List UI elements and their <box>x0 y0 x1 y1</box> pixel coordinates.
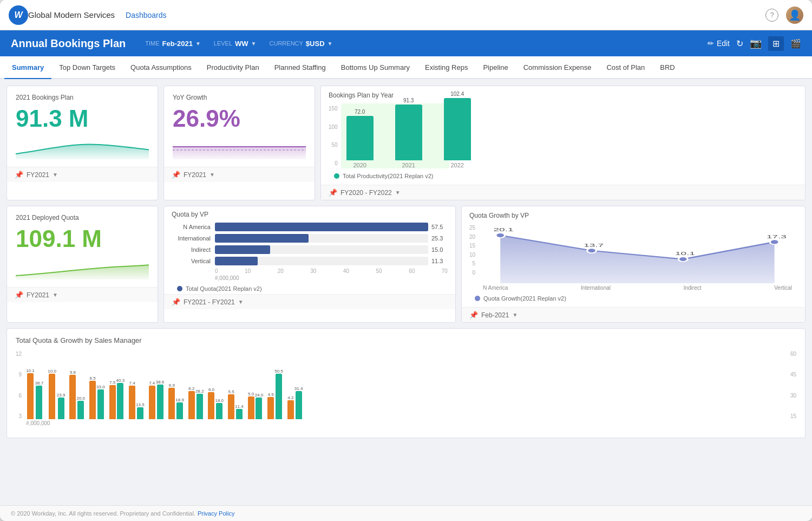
bookings-legend: Total Productivity(2021 Replan v2) <box>329 173 797 179</box>
quota-by-vp-legend: Total Quota(2021 Replan v2) <box>172 285 448 292</box>
bookings-by-year-chart-area: Bookings Plan by Year 150 100 50 0 <box>321 86 805 185</box>
logo-text: W <box>14 10 22 20</box>
tab-planned-staffing[interactable]: Planned Staffing <box>267 56 333 79</box>
hbar-international: International 25.3 <box>172 234 448 243</box>
camera-icon[interactable]: 📷 <box>750 37 762 49</box>
bookings-plan-sparkline <box>16 135 149 159</box>
svg-text:10.1: 10.1 <box>675 250 695 256</box>
header-actions: ✏ Edit ↻ 📷 ⊞ 🎬 <box>708 36 801 51</box>
currency-filter-caret: ▼ <box>328 41 333 47</box>
grid-icon[interactable]: ⊞ <box>768 36 784 51</box>
tabs-bar: Summary Top Down Targets Quota Assumptio… <box>0 56 812 79</box>
bar-group-10: 6.0 18.0 <box>208 387 224 419</box>
bar-group-6: 7.4 13.5 <box>129 381 145 419</box>
footer-caret: ▼ <box>53 172 58 178</box>
bar-group-1: 10.1 36.7 <box>26 368 43 419</box>
row-1: 2021 Bookings Plan 91.3 M <box>6 86 806 200</box>
quota-by-vp-card: Quota by VP N America 57.5 International… <box>163 206 456 323</box>
tab-quota-assumptions[interactable]: Quota Assumptions <box>123 56 199 79</box>
pin-icon: 📌 <box>15 171 23 179</box>
top-nav-right: ? 👤 <box>765 6 803 24</box>
quota-growth-svg: 20.1 13.7 10.1 17.3 <box>477 224 797 283</box>
row-2: 2021 Deployed Quota 109.1 M <box>6 206 806 323</box>
time-filter[interactable]: TIME Feb-2021 ▼ <box>145 40 201 48</box>
total-quota-growth-card: Total Quota & Growth by Sales Manager 12… <box>6 328 806 438</box>
top-nav: W Global Modern Services Dashboards ? 👤 <box>0 0 812 30</box>
yoy-footer-caret: ▼ <box>209 172 215 178</box>
time-filter-caret: ▼ <box>195 41 201 47</box>
tab-existing-reps[interactable]: Existing Reps <box>417 56 475 79</box>
quota-by-vp-chart: Quota by VP N America 57.5 International… <box>164 206 455 294</box>
yoy-title: YoY Growth <box>173 94 306 101</box>
quota-by-vp-footer[interactable]: 📌 FY2021 - FY2021 ▼ <box>164 294 455 309</box>
bar-group-13: 4.9 50.5 <box>267 369 283 419</box>
svg-text:20.1: 20.1 <box>494 226 514 232</box>
refresh-icon[interactable]: ↻ <box>736 38 743 49</box>
bar-group-7: 7.4 38.6 <box>149 380 165 419</box>
tab-productivity-plan[interactable]: Productivity Plan <box>199 56 267 79</box>
bar-group-11: 5.5 11.4 <box>228 389 244 419</box>
bar-2022: 102.4 2022 <box>444 91 471 168</box>
tab-bottoms-up-summary[interactable]: Bottoms Up Summary <box>333 56 417 79</box>
bar-group-2: 10.0 23.9 <box>48 369 65 419</box>
bookings-year-footer[interactable]: 📌 FY2020 - FY2022 ▼ <box>321 185 805 200</box>
yoy-value: 26.9% <box>173 107 306 131</box>
tab-summary[interactable]: Summary <box>4 56 51 79</box>
hbar-namerica: N America 57.5 <box>172 223 448 231</box>
bar-group-8: 6.9 18.9 <box>168 383 184 419</box>
level-filter[interactable]: LEVEL WW ▼ <box>214 40 257 48</box>
quota-growth-legend: Quota Growth(2021 Replan v2) <box>469 295 797 302</box>
help-icon[interactable]: ? <box>765 9 778 22</box>
bookings-plan-title: 2021 Bookings Plan <box>16 94 149 101</box>
tab-top-down-targets[interactable]: Top Down Targets <box>51 56 123 79</box>
total-quota-title: Total Quota & Growth by Sales Manager <box>16 336 796 344</box>
bar-group-5: 7.5 40.3 <box>109 378 125 419</box>
bar-group-4: 8.5 33.0 <box>89 376 105 419</box>
privacy-policy-link[interactable]: Privacy Policy <box>198 510 234 517</box>
deployed-quota-footer[interactable]: 📌 FY2021 ▼ <box>7 287 158 302</box>
hbar-vertical: Vertical 11.3 <box>172 257 448 265</box>
svg-point-3 <box>770 239 779 244</box>
svg-text:17.3: 17.3 <box>767 233 787 239</box>
currency-filter[interactable]: CURRENCY $USD ▼ <box>270 40 333 48</box>
tab-pipeline[interactable]: Pipeline <box>475 56 515 79</box>
bookings-by-year-card: Bookings Plan by Year 150 100 50 0 <box>320 86 806 200</box>
copyright-text: © 2020 Workday, Inc. All rights reserved… <box>11 510 195 517</box>
svg-point-1 <box>587 248 597 253</box>
tab-commission-expense[interactable]: Commission Expense <box>516 56 599 79</box>
bar-group-14: 4.2 31.4 <box>287 386 303 419</box>
main-content: 2021 Bookings Plan 91.3 M <box>0 79 812 505</box>
hbar-indirect: Indirect 15.0 <box>172 245 448 254</box>
bar-2021: 91.3 2021 <box>395 97 422 168</box>
yoy-growth-card: YoY Growth 26.9% <box>163 86 315 200</box>
bookings-plan-card: 2021 Bookings Plan 91.3 M <box>6 86 158 200</box>
bookings-plan-value: 91.3 M <box>16 107 149 131</box>
bar-2020: 72.0 2020 <box>346 109 374 168</box>
quota-growth-title: Quota Growth by VP <box>469 212 797 219</box>
quota-growth-card: Quota Growth by VP 2520151050 <box>461 206 806 323</box>
deployed-quota-card: 2021 Deployed Quota 109.1 M <box>6 206 158 323</box>
svg-point-2 <box>679 257 688 262</box>
deployed-quota-value: 109.1 M <box>16 227 149 251</box>
svg-point-0 <box>496 233 505 238</box>
user-avatar[interactable]: 👤 <box>786 6 803 24</box>
bar-group-9: 6.2 28.2 <box>188 386 204 419</box>
app-name: Global Modern Services <box>28 10 115 19</box>
quota-growth-footer[interactable]: 📌 Feb-2021 ▼ <box>462 307 805 322</box>
dashboards-link[interactable]: Dashboards <box>126 11 167 19</box>
bookings-plan-footer[interactable]: 📌 FY2021 ▼ <box>7 167 158 182</box>
bar-group-12: 5.0 24.0 <box>248 392 264 419</box>
tab-brd[interactable]: BRD <box>652 56 682 79</box>
bar-group-3: 9.8 20.0 <box>69 370 85 419</box>
tab-cost-of-plan[interactable]: Cost of Plan <box>599 56 652 79</box>
level-filter-caret: ▼ <box>251 41 257 47</box>
svg-text:13.7: 13.7 <box>584 242 604 248</box>
yoy-footer[interactable]: 📌 FY2021 ▼ <box>164 167 315 182</box>
workday-logo: W <box>9 5 28 25</box>
edit-button[interactable]: ✏ Edit <box>708 39 730 48</box>
deployed-quota-title: 2021 Deployed Quota <box>16 214 149 222</box>
page-title: Annual Bookings Plan <box>11 37 126 50</box>
deployed-quota-sparkline <box>16 255 149 279</box>
grouped-bar-chart: 10.1 36.7 <box>24 349 788 419</box>
video-icon[interactable]: 🎬 <box>790 38 801 49</box>
